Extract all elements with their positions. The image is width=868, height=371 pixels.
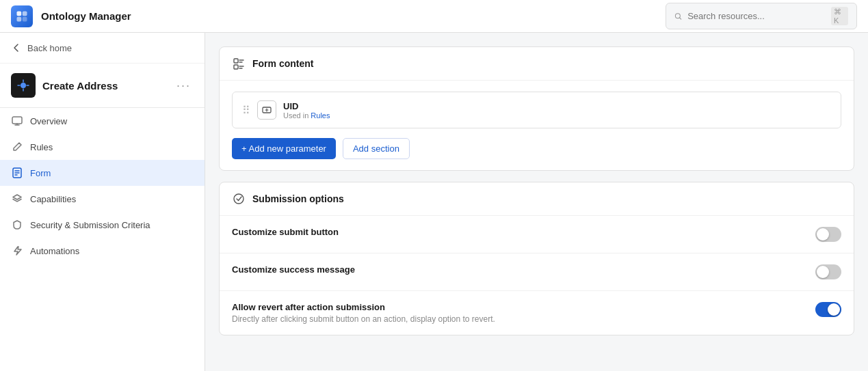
sidebar-item-capabilities[interactable]: Capabilities bbox=[0, 186, 205, 212]
submission-options-card: Submission options Customize submit butt… bbox=[219, 182, 854, 335]
form-content-card: Form content ⠿ UID Used in Rules bbox=[219, 46, 854, 171]
param-name: UID bbox=[283, 101, 831, 111]
arrow-left-icon bbox=[11, 42, 22, 53]
app-title: Ontology Manager bbox=[41, 10, 657, 22]
form-content-title: Form content bbox=[252, 58, 313, 69]
content-area: Form content ⠿ UID Used in Rules bbox=[205, 33, 868, 371]
sidebar-item-rules-label: Rules bbox=[30, 142, 53, 152]
param-uid-row: ⠿ UID Used in Rules bbox=[232, 92, 841, 128]
toggle-thumb bbox=[817, 228, 829, 241]
form-icon bbox=[11, 167, 23, 179]
add-param-button[interactable]: + Add new parameter bbox=[232, 138, 336, 159]
submission-options-title: Submission options bbox=[252, 193, 344, 204]
param-type-icon bbox=[257, 100, 276, 120]
svg-point-6 bbox=[21, 83, 26, 88]
search-icon bbox=[674, 12, 682, 21]
pen-icon bbox=[11, 141, 23, 153]
entity-icon bbox=[11, 73, 36, 98]
svg-rect-7 bbox=[12, 117, 22, 124]
layers-icon bbox=[11, 193, 23, 205]
main-layout: Back home Create Address ··· bbox=[0, 33, 868, 371]
form-content-header: Form content bbox=[220, 47, 854, 81]
svg-rect-12 bbox=[234, 59, 238, 63]
svg-line-5 bbox=[679, 17, 681, 18]
submission-options-header: Submission options bbox=[220, 182, 854, 216]
svg-rect-15 bbox=[234, 65, 238, 69]
back-home-button[interactable]: Back home bbox=[0, 33, 205, 64]
entity-name: Create Address bbox=[42, 80, 167, 92]
sidebar-item-rules[interactable]: Rules bbox=[0, 134, 205, 160]
search-shortcut: ⌘ K bbox=[831, 7, 848, 25]
sidebar-nav: Overview Rules bbox=[0, 108, 205, 264]
svg-rect-3 bbox=[23, 16, 27, 21]
bolt-icon bbox=[11, 245, 23, 257]
sidebar-item-capabilities-label: Capabilities bbox=[30, 194, 76, 204]
topbar: Ontology Manager ⌘ K bbox=[0, 0, 868, 33]
sidebar-item-overview-label: Overview bbox=[30, 116, 67, 126]
toggle-label-customize-success: Customize success message bbox=[232, 264, 355, 275]
toggle-label-allow-revert: Allow revert after action submission Dir… bbox=[232, 302, 495, 324]
drag-handle-icon: ⠿ bbox=[242, 104, 250, 117]
toggle-customize-submit[interactable] bbox=[815, 227, 841, 242]
toggle-row-customize-submit: Customize submit button bbox=[220, 216, 854, 253]
toggle-customize-success[interactable] bbox=[815, 264, 841, 279]
svg-rect-0 bbox=[17, 11, 22, 16]
search-box[interactable]: ⌘ K bbox=[666, 3, 857, 29]
sidebar-item-overview[interactable]: Overview bbox=[0, 108, 205, 134]
svg-rect-1 bbox=[23, 11, 27, 16]
param-meta: Used in Rules bbox=[283, 111, 831, 120]
toggle-thumb-on bbox=[828, 303, 840, 316]
toggle-allow-revert[interactable] bbox=[815, 302, 841, 317]
shield-icon bbox=[11, 219, 23, 231]
sidebar: Back home Create Address ··· bbox=[0, 33, 205, 371]
toggle-label-customize-submit: Customize submit button bbox=[232, 227, 339, 237]
form-action-buttons: + Add new parameter Add section bbox=[232, 138, 841, 159]
sidebar-item-form-label: Form bbox=[30, 168, 51, 178]
monitor-icon bbox=[11, 115, 23, 127]
sidebar-item-form[interactable]: Form bbox=[0, 160, 205, 186]
svg-rect-2 bbox=[17, 16, 22, 21]
app-logo bbox=[11, 5, 33, 27]
sidebar-item-automations-label: Automations bbox=[30, 246, 79, 256]
sidebar-item-automations[interactable]: Automations bbox=[0, 238, 205, 264]
param-info: UID Used in Rules bbox=[283, 101, 831, 120]
svg-point-19 bbox=[234, 194, 244, 204]
entity-more-button[interactable]: ··· bbox=[174, 76, 194, 96]
entity-header: Create Address ··· bbox=[0, 64, 205, 108]
form-content-body: ⠿ UID Used in Rules + Add new parameter bbox=[220, 81, 854, 170]
form-content-icon bbox=[232, 57, 246, 70]
submission-icon bbox=[232, 192, 246, 206]
toggle-row-allow-revert: Allow revert after action submission Dir… bbox=[220, 291, 854, 335]
sidebar-item-security-label: Security & Submission Criteria bbox=[30, 220, 150, 230]
toggle-thumb bbox=[817, 266, 829, 278]
search-input[interactable] bbox=[687, 11, 826, 21]
add-section-button[interactable]: Add section bbox=[343, 138, 410, 159]
toggle-row-customize-success: Customize success message bbox=[220, 253, 854, 291]
sidebar-item-security[interactable]: Security & Submission Criteria bbox=[0, 212, 205, 238]
